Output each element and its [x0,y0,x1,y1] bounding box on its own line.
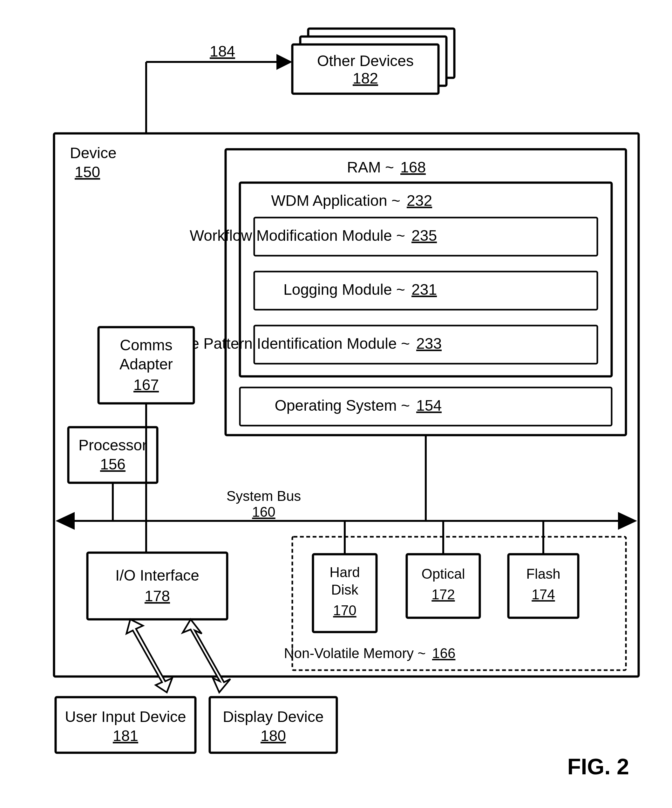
display-num: 180 [261,727,286,744]
flash-box [508,554,578,618]
wdm-app-label: WDM Application ~ [271,192,400,209]
other-devices-block: Other Devices 182 [292,28,455,94]
system-bus-num: 160 [252,504,275,519]
os-num: 154 [416,397,441,414]
optical-num: 172 [431,587,455,602]
link-184-num: 184 [210,43,235,60]
figure-label: FIG. 2 [567,754,629,779]
io-interface-label: I/O Interface [115,567,199,584]
processor-box [68,427,157,483]
nvmem-label: Non-Volatile Memory ~ [284,645,426,661]
optical-box [407,554,480,618]
processor-label: Processor [79,437,147,454]
device-num: 150 [75,164,100,180]
flash-label: Flash [526,566,560,581]
logging-label: Logging Module ~ [283,281,405,298]
comms-adapter-label1: Comms [120,337,172,354]
hard-disk-label2: Disk [331,582,359,598]
user-input-label: User Input Device [65,708,186,725]
msg-pattern-num: 233 [416,335,441,352]
logging-num: 231 [411,281,437,298]
io-interface-num: 178 [145,588,170,604]
optical-label: Optical [421,566,465,581]
other-devices-label: Other Devices [317,52,414,69]
hard-disk-num: 170 [333,603,356,618]
flash-num: 174 [532,587,555,602]
user-input-num: 181 [113,727,138,744]
hard-disk-label1: Hard [329,564,360,580]
ram-num: 168 [400,159,426,175]
wdm-app-num: 232 [407,192,432,209]
svg-marker-5 [276,54,292,70]
nvmem-num: 166 [432,645,455,661]
display-label: Display Device [223,708,323,725]
processor-num: 156 [100,456,125,472]
figure-2-diagram: Other Devices 182 184 Device 150 RAM ~ 1… [0,0,672,808]
device-label: Device [70,145,117,161]
os-label: Operating System ~ [274,397,410,414]
other-devices-num: 182 [353,70,378,87]
comms-adapter-label2: Adapter [119,356,173,372]
io-interface-box [87,553,227,619]
comms-adapter-num: 167 [134,376,159,393]
system-bus-label: System Bus [227,488,301,504]
workflow-mod-label: Workflow Modification Module ~ [190,227,405,244]
workflow-mod-num: 235 [411,227,437,244]
ram-label: RAM ~ [347,159,394,175]
